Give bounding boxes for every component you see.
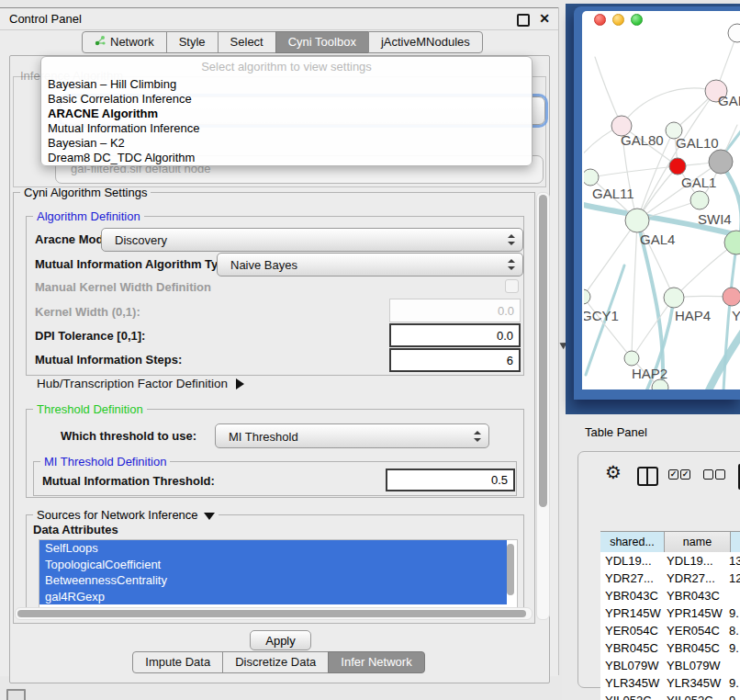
node-label-gal4: GAL4 xyxy=(640,231,675,247)
column-header-shared[interactable]: shared... xyxy=(600,532,665,552)
control-panel: Control Panel ✕ NetworkStyleSelectCyni T… xyxy=(0,7,558,676)
stepper-icon xyxy=(474,431,480,442)
minimize-window-icon[interactable] xyxy=(612,14,624,26)
sources-toggle[interactable]: Sources for Network Inference xyxy=(33,508,219,522)
node-top-partial[interactable] xyxy=(728,24,740,42)
float-panel-icon[interactable] xyxy=(517,14,530,27)
node-label-gal1: GAL1 xyxy=(681,175,716,190)
algorithm-option-bayesian-k2[interactable]: Bayesian – K2 xyxy=(41,136,532,151)
bottom-tab-impute-data[interactable]: Impute Data xyxy=(132,651,223,673)
attribute-item-betweennesscentrality[interactable]: BetweennessCentrality xyxy=(39,572,507,589)
mi-threshold-field[interactable]: 0.5 xyxy=(386,469,515,491)
bottom-tab-discretize-data[interactable]: Discretize Data xyxy=(222,651,329,673)
tab-select[interactable]: Select xyxy=(218,31,276,53)
tab-cyni-toolbox[interactable]: Cyni Toolbox xyxy=(275,31,369,53)
bottom-tab-infer-network[interactable]: Infer Network xyxy=(328,651,424,673)
zoom-window-icon[interactable] xyxy=(631,14,643,26)
deselect-all-checkbox-icon[interactable] xyxy=(703,469,713,480)
close-icon[interactable]: ✕ xyxy=(539,11,550,26)
table-cell: YDR27... xyxy=(663,570,726,587)
table-row[interactable]: YDR27...YDR27...12 xyxy=(600,570,740,587)
mi-steps-field[interactable]: 6 xyxy=(389,348,521,372)
mi-type-label: Mutual Information Algorithm Type: xyxy=(35,257,236,271)
edge xyxy=(632,220,637,358)
edge xyxy=(584,297,632,358)
algorithm-option-aracne-algorithm[interactable]: ARACNE Algorithm xyxy=(41,107,532,121)
node-red[interactable] xyxy=(669,158,686,175)
node-gcy1[interactable] xyxy=(584,289,590,304)
node-salmon[interactable] xyxy=(723,288,740,306)
select-all-checkbox-icon: ✓ xyxy=(680,469,690,480)
stepper-icon xyxy=(508,259,514,270)
node-hap4[interactable] xyxy=(664,288,684,308)
tab-label: jActiveMNodules xyxy=(381,32,470,52)
table-row[interactable]: YLR345WYLR345W9. xyxy=(600,674,740,692)
table-row[interactable]: YBR043CYBR043C xyxy=(600,587,740,604)
edge xyxy=(595,57,622,126)
kernel-width-value: 0.0 xyxy=(498,304,514,318)
table-cell: YIL052C xyxy=(600,692,663,700)
mi-type-combo[interactable]: Naive Bayes xyxy=(217,253,523,277)
node-gal11[interactable] xyxy=(584,169,599,186)
table-row[interactable]: YBR045CYBR045C9. xyxy=(600,639,740,657)
table-row[interactable]: YDL19...YDL19...13 xyxy=(600,552,740,570)
aracne-mode-combo[interactable]: Discovery xyxy=(101,228,523,252)
docked-panel-icon[interactable] xyxy=(6,689,26,700)
hub-definition-toggle[interactable]: Hub/Transcription Factor Definition xyxy=(37,377,244,390)
table-cell: YBL079W xyxy=(663,657,726,674)
table-cell: 8. xyxy=(726,622,740,639)
node-label-hap4: HAP4 xyxy=(675,308,711,323)
algorithm-option-dream8-dc-tdc-algorithm[interactable]: Dream8 DC_TDC Algorithm xyxy=(41,151,532,165)
attribute-item-selfloops[interactable]: SelfLoops xyxy=(39,540,507,557)
mi-steps-value: 6 xyxy=(507,354,513,367)
gear-icon[interactable]: ⚙ xyxy=(605,463,622,481)
tab-label: Style xyxy=(179,32,206,52)
apply-button[interactable]: Apply xyxy=(250,630,311,650)
table-row[interactable]: YBL079WYBL079W xyxy=(600,657,740,674)
tab-jactivemnodules[interactable]: jActiveMNodules xyxy=(368,31,483,53)
table-cell: 13 xyxy=(726,552,740,570)
table-row[interactable]: YIL052CYIL052C9. xyxy=(600,692,740,700)
aracne-mode-value: Discovery xyxy=(115,233,167,247)
table-cell: YDR27... xyxy=(600,570,663,587)
table-cell xyxy=(726,657,740,674)
kernel-width-field[interactable]: 0.0 xyxy=(389,299,521,322)
node-gray[interactable] xyxy=(709,150,733,174)
tab-style[interactable]: Style xyxy=(166,31,219,53)
dpi-tolerance-field[interactable]: 0.0 xyxy=(389,323,521,347)
tab-network[interactable]: Network xyxy=(82,31,167,53)
column-header-name[interactable]: name xyxy=(665,532,731,552)
panel-divider[interactable] xyxy=(558,7,559,675)
node-swi4[interactable] xyxy=(690,191,709,209)
table-header: shared...name xyxy=(600,531,740,553)
attribute-item-topologicalcoefficient[interactable]: TopologicalCoefficient xyxy=(39,557,507,573)
table-cell: YER054C xyxy=(663,622,726,639)
which-threshold-combo[interactable]: MI Threshold xyxy=(215,423,489,448)
close-window-icon[interactable] xyxy=(594,14,606,26)
data-attributes-label: Data Attributes xyxy=(33,523,118,536)
network-icon xyxy=(95,32,106,52)
data-attributes-list: SelfLoopsTopologicalCoefficientBetweenne… xyxy=(39,539,518,608)
select-all-checkbox-icon[interactable]: ✓ xyxy=(668,469,678,480)
dropdown-prompt: Select algorithm to view settings xyxy=(41,57,532,77)
algorithm-option-basic-correlation-inference[interactable]: Basic Correlation Inference xyxy=(41,92,532,107)
manual-kernel-checkbox[interactable] xyxy=(505,279,519,293)
tab-label: Cyni Toolbox xyxy=(288,32,356,52)
node-hap2[interactable] xyxy=(624,351,639,366)
settings-horizontal-scrollbar[interactable] xyxy=(15,607,533,620)
column-header-2[interactable] xyxy=(731,532,740,552)
columns-icon[interactable] xyxy=(637,467,658,486)
table-cell: YDL19... xyxy=(663,552,726,570)
table-row[interactable]: YER054CYER054C8. xyxy=(600,622,740,639)
table-cell: YBR043C xyxy=(600,587,663,604)
algorithm-option-bayesian-hill-climbing[interactable]: Bayesian – Hill Climbing xyxy=(41,77,532,92)
table-rows: YDL19...YDL19...13YDR27...YDR27...12YBR0… xyxy=(600,552,740,700)
attribute-list-scrollbar[interactable] xyxy=(507,544,514,595)
manual-kernel-label: Manual Kernel Width Definition xyxy=(35,280,211,294)
table-cell: YBR045C xyxy=(663,639,726,657)
attribute-item-gal4rgexp[interactable]: gal4RGexp xyxy=(39,589,507,605)
node-gal4[interactable] xyxy=(625,209,649,232)
table-row[interactable]: YPR145WYPR145W9. xyxy=(600,604,740,622)
settings-vertical-scrollbar[interactable] xyxy=(536,192,550,620)
algorithm-option-mutual-information-inference[interactable]: Mutual Information Inference xyxy=(41,121,532,136)
